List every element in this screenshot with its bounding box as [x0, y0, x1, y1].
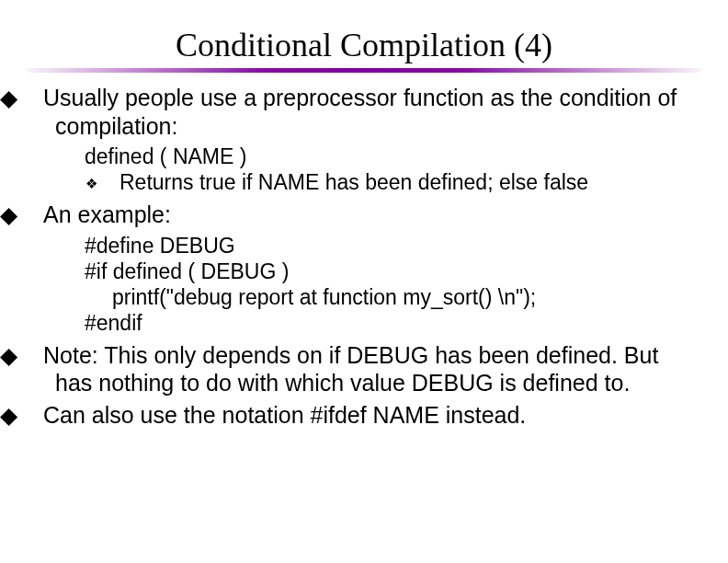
bullet-2-text: An example:	[43, 201, 171, 227]
bullet-3: ◆Note: This only depends on if DEBUG has…	[28, 341, 700, 397]
bullet-1: ◆Usually people use a preprocessor funct…	[28, 84, 700, 140]
diamond-icon: ◆	[28, 201, 43, 229]
code-line-3: printf("debug report at function my_sort…	[112, 284, 700, 310]
code-line-1: #define DEBUG	[85, 233, 700, 259]
slide-title: Conditional Compilation (4)	[28, 26, 700, 64]
diamond-icon: ◆	[28, 341, 43, 370]
bullet-3-text: Note: This only depends on if DEBUG has …	[43, 342, 658, 396]
diamond-icon: ◆	[28, 84, 43, 112]
bullet-1-sub1: defined ( NAME )	[85, 144, 700, 169]
diamond-icon: ◆	[28, 401, 43, 430]
bullet-4: ◆Can also use the notation #ifdef NAME i…	[28, 401, 700, 430]
title-underline	[28, 68, 700, 73]
mini-diamond-icon: ❖	[106, 176, 119, 192]
slide-body: ◆Usually people use a preprocessor funct…	[28, 84, 700, 429]
bullet-2: ◆An example:	[28, 201, 700, 229]
bullet-4-text: Can also use the notation #ifdef NAME in…	[43, 402, 526, 428]
bullet-1-sub2-text: Returns true if NAME has been defined; e…	[119, 170, 588, 194]
code-line-4: #endif	[85, 310, 700, 336]
bullet-1-text: Usually people use a preprocessor functi…	[43, 85, 677, 139]
code-line-2: #if defined ( DEBUG )	[85, 259, 700, 284]
bullet-1-sub2: ❖Returns true if NAME has been defined; …	[106, 169, 700, 195]
